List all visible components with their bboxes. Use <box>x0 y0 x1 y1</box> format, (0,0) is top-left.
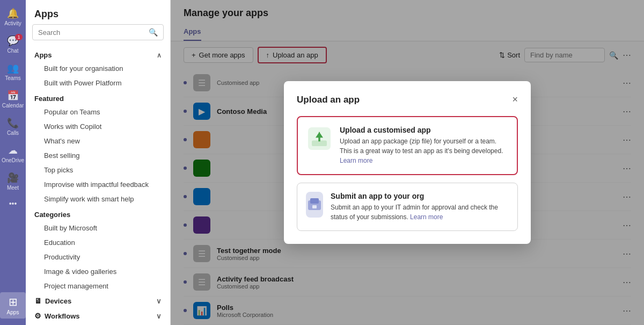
svg-rect-6 <box>312 205 317 208</box>
rail-item-activity[interactable]: 🔔 Activity <box>0 4 26 30</box>
devices-icon: 🖥 <box>34 297 42 305</box>
upload-customised-text: Upload a customised app Upload an app pa… <box>340 126 508 165</box>
rail-item-meet[interactable]: 🎥 Meet <box>0 169 26 194</box>
modal-title: Upload an app <box>297 95 360 105</box>
rail-item-calendar[interactable]: 📅 Calendar <box>0 86 26 112</box>
sidebar: Apps 🔍 Apps ∧ Built for your organisatio… <box>26 0 171 325</box>
featured-section-header[interactable]: Featured <box>26 90 170 105</box>
svg-rect-5 <box>310 198 319 204</box>
nav-rail: 🔔 Activity 💬 Chat 1 👥 Teams 📅 Calendar 📞… <box>0 0 26 325</box>
meet-icon: 🎥 <box>7 172 19 184</box>
workflows-icon: ⚙ <box>34 312 41 320</box>
rail-item-more[interactable]: ••• <box>0 196 26 212</box>
rail-item-apps[interactable]: ⊞ Apps <box>0 292 26 319</box>
devices-section-header[interactable]: 🖥 Devices ∨ <box>26 293 170 308</box>
chat-badge: 1 <box>15 34 23 40</box>
search-input[interactable] <box>38 28 145 37</box>
nav-built-for-org[interactable]: Built for your organisation <box>29 61 167 76</box>
more-icon: ••• <box>9 199 17 208</box>
calls-icon: 📞 <box>7 117 19 129</box>
nav-best-selling[interactable]: Best selling <box>29 148 167 163</box>
apps-section-label: Apps <box>34 51 52 59</box>
nav-whats-new[interactable]: What's new <box>29 134 167 148</box>
rail-label-meet: Meet <box>7 185 19 191</box>
categories-section-header[interactable]: Categories <box>26 206 170 221</box>
activity-icon: 🔔 <box>7 8 19 19</box>
upload-customised-icon <box>306 126 332 151</box>
nav-project-mgmt[interactable]: Project management <box>29 279 167 293</box>
teams-icon: 👥 <box>7 62 19 74</box>
upload-customised-app-option[interactable]: Upload a customised app Upload an app pa… <box>297 116 518 175</box>
upload-customised-title: Upload a customised app <box>340 126 508 134</box>
submit-app-text: Submit an app to your org Submit an app … <box>331 192 509 222</box>
modal-overlay: Upload an app × Upload a customised app <box>171 0 644 325</box>
rail-item-calls[interactable]: 📞 Calls <box>0 114 26 139</box>
upload-app-modal: Upload an app × Upload a customised app <box>284 81 531 244</box>
nav-education[interactable]: Education <box>29 235 167 250</box>
rail-label-onedrive: OneDrive <box>2 157 24 163</box>
workflows-chevron-icon: ∨ <box>156 312 162 320</box>
nav-simplify[interactable]: Simplify work with smart help <box>29 192 167 206</box>
nav-top-picks[interactable]: Top picks <box>29 163 167 177</box>
nav-built-with-power[interactable]: Built with Power Platform <box>29 76 167 90</box>
upload-customised-desc: Upload an app package (zip file) for you… <box>340 136 508 165</box>
rail-label-teams: Teams <box>5 75 20 81</box>
rail-label-calendar: Calendar <box>2 103 24 109</box>
apps-section-header[interactable]: Apps ∧ <box>26 47 170 61</box>
featured-section-label: Featured <box>34 95 64 103</box>
apps-chevron-icon: ∧ <box>157 52 162 59</box>
nav-works-copilot[interactable]: Works with Copilot <box>29 119 167 134</box>
rail-label-activity: Activity <box>4 20 21 26</box>
rail-item-teams[interactable]: 👥 Teams <box>0 59 26 84</box>
nav-image-video[interactable]: Image & video galleries <box>29 264 167 279</box>
categories-section-label: Categories <box>34 211 70 219</box>
apps-icon: ⊞ <box>9 295 18 308</box>
nav-built-microsoft[interactable]: Built by Microsoft <box>29 221 167 235</box>
nav-productivity[interactable]: Productivity <box>29 250 167 264</box>
submit-app-option[interactable]: Submit an app to your org Submit an app … <box>297 183 518 231</box>
rail-item-chat[interactable]: 💬 Chat 1 <box>0 32 26 57</box>
nav-improvise[interactable]: Improvise with impactful feedback <box>29 177 167 192</box>
workflows-section-header[interactable]: ⚙ Workflows ∨ <box>26 308 170 323</box>
modal-close-button[interactable]: × <box>512 94 518 105</box>
rail-label-chat: Chat <box>7 48 18 54</box>
submit-app-icon <box>306 192 323 218</box>
learn-more-link-2[interactable]: Learn more <box>410 213 443 221</box>
main-content: Manage your apps Apps + Get more apps ↑ … <box>171 0 644 325</box>
submit-app-title: Submit an app to your org <box>331 192 509 200</box>
onedrive-icon: ☁ <box>8 145 18 156</box>
rail-item-onedrive[interactable]: ☁ OneDrive <box>0 141 26 167</box>
sidebar-title: Apps <box>26 0 170 24</box>
modal-header: Upload an app × <box>297 94 518 105</box>
learn-more-link-1[interactable]: Learn more <box>340 157 372 164</box>
devices-chevron-icon: ∨ <box>156 297 162 305</box>
calendar-icon: 📅 <box>7 90 19 102</box>
rail-label-calls: Calls <box>7 130 19 136</box>
workflows-label: Workflows <box>45 312 80 320</box>
nav-popular-teams[interactable]: Popular on Teams <box>29 105 167 119</box>
rail-label-apps: Apps <box>7 309 19 315</box>
submit-app-desc: Submit an app to your IT admin for appro… <box>331 203 509 222</box>
search-container[interactable]: 🔍 <box>32 24 164 40</box>
search-icon: 🔍 <box>149 28 158 37</box>
devices-label: Devices <box>45 297 71 305</box>
